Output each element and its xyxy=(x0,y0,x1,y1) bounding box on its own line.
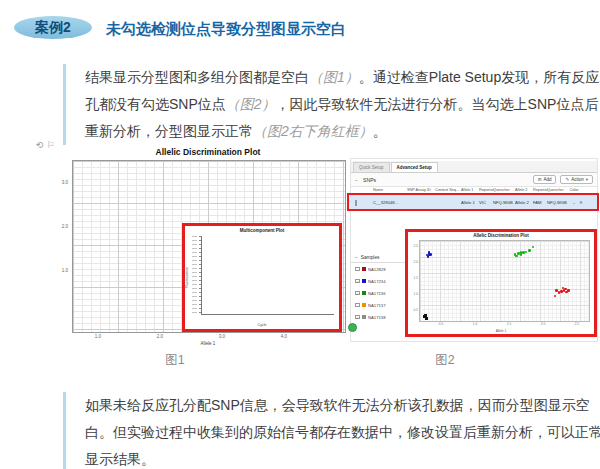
snps-panel-title: SNPs xyxy=(363,177,376,183)
paragraph-intro: 结果显示分型图和多组分图都是空白（图1）。通过检查Plate Setup发现，所… xyxy=(63,64,600,145)
x-axis-label: Allele 1 xyxy=(72,341,344,346)
multicomponent-title: Multicomponent Plot xyxy=(185,228,339,233)
allelic-plot-redbox: Allelic Discrimination Plot 2.5 2.0 1.5 … xyxy=(405,229,597,337)
multicomponent-plot-empty xyxy=(201,236,334,315)
sample-name: NA17234 xyxy=(368,279,385,284)
sample-list-item[interactable]: NA12828 xyxy=(351,263,405,275)
collapse-icon[interactable]: − xyxy=(355,177,358,183)
figure2-caption: 图2 xyxy=(350,352,540,369)
samples-panel: − Samples NA12828 ✓ NA17234 ✓ NA17136 xyxy=(351,253,405,323)
y-tick-label: 2.5 xyxy=(410,244,418,248)
remove-icon[interactable]: ✕ xyxy=(579,200,587,205)
sample-list-item[interactable]: ✓ NA17136 xyxy=(351,287,405,299)
sample-name: NA17136 xyxy=(368,291,385,296)
x-tick-label: 1.0 xyxy=(470,322,480,326)
y-tick-label: 1.5 xyxy=(410,276,418,280)
x-tick-label: 1.0 xyxy=(92,334,104,339)
add-icon: ⊞ xyxy=(538,177,542,182)
sample-color-swatch xyxy=(362,267,367,272)
action-icon: ✎ xyxy=(565,177,569,182)
figure2-screenshot: Quick Setup Advanced Setup − SNPs ⊞ Add … xyxy=(350,158,598,342)
multicomponent-inset-redbox: Multicomponent Plot Fluorescence Cycle xyxy=(182,223,342,332)
snp-assay-name: C__329048... xyxy=(373,200,407,205)
action-button[interactable]: ✎ Action ▾ xyxy=(560,175,593,184)
collapse-icon[interactable]: − xyxy=(355,255,358,260)
allelic-plot-title: Allelic Discrimination Plot xyxy=(72,147,344,157)
sample-list-item[interactable]: NA17137 xyxy=(351,299,405,311)
tab-quick-setup[interactable]: Quick Setup xyxy=(353,162,390,172)
figure1-screenshot: ⟲⚐ Allelic Discrimination Plot 3.0 2.0 1… xyxy=(30,138,350,370)
x-tick-label: 3.0 xyxy=(216,334,228,339)
sample-name: NA17137 xyxy=(368,303,385,308)
inset-x-axis-label: Cycle xyxy=(185,323,339,327)
x-axis-label: Allele 1 xyxy=(408,329,594,333)
case-badge: 案例2 xyxy=(14,16,92,39)
undo-icon[interactable]: ⟲ xyxy=(36,140,47,150)
sample-list-item[interactable]: ✓ NA17138 xyxy=(351,311,405,323)
figure1-caption: 图1 xyxy=(30,352,320,369)
green-indicator-icon[interactable] xyxy=(348,323,357,332)
tab-advanced-setup[interactable]: Advanced Setup xyxy=(391,162,438,172)
sample-color-swatch xyxy=(362,315,367,320)
y-tick-label: 0.5 xyxy=(410,308,418,312)
sample-checkbox[interactable]: ✓ xyxy=(355,291,360,296)
sample-color-swatch xyxy=(362,279,367,284)
add-button[interactable]: ⊞ Add xyxy=(533,175,557,184)
scatter-plot-area xyxy=(419,240,590,322)
x-tick-label: 2.5 xyxy=(572,322,582,326)
sample-checkbox[interactable] xyxy=(355,303,360,308)
setup-tab-bar: Quick Setup Advanced Setup xyxy=(351,161,597,173)
y-tick-label: 2.0 xyxy=(52,224,68,229)
figures-area: ⟲⚐ Allelic Discrimination Plot 3.0 2.0 1… xyxy=(0,138,600,378)
sample-name: NA17138 xyxy=(368,315,385,320)
y-tick-label: 1.0 xyxy=(410,292,418,296)
x-tick-label: 0.5 xyxy=(436,322,446,326)
allelic-plot2-title: Allelic Discrimination Plot xyxy=(408,233,594,238)
flag-icon[interactable]: ⚐ xyxy=(47,140,58,150)
inset-y-axis-numbers xyxy=(192,236,197,315)
x-tick-label: 2.0 xyxy=(538,322,548,326)
y-tick-label: 1.0 xyxy=(52,268,68,273)
samples-panel-title: Samples xyxy=(361,255,380,260)
sample-checkbox[interactable] xyxy=(355,267,360,272)
x-tick-label: 1.5 xyxy=(504,322,514,326)
x-tick-label: 2.0 xyxy=(154,334,166,339)
paragraph-conclusion: 如果未给反应孔分配SNP信息，会导致软件无法分析该孔数据，因而分型图显示空白。但… xyxy=(63,392,600,469)
sample-list-item[interactable]: ✓ NA17234 xyxy=(351,275,405,287)
inset-y-axis-label: Fluorescence xyxy=(185,267,189,288)
y-tick-label: 3.0 xyxy=(52,180,68,185)
y-tick-label: 2.0 xyxy=(410,260,418,264)
page-title: 未勾选检测位点导致分型图显示空白 xyxy=(106,20,346,39)
x-tick-label: 4.0 xyxy=(278,334,290,339)
snp-table-header: Name SNP Assay ID Context Seq... Allele … xyxy=(355,188,595,192)
sample-checkbox[interactable]: ✓ xyxy=(355,279,360,284)
snps-toolbar: − SNPs ⊞ Add ✎ Action ▾ xyxy=(351,173,597,187)
sample-color-swatch xyxy=(362,303,367,308)
sample-name: NA12828 xyxy=(368,267,385,272)
snp-checkbox-unchecked[interactable] xyxy=(355,200,357,206)
sample-checkbox[interactable]: ✓ xyxy=(355,315,360,320)
scatter-points xyxy=(420,241,589,321)
article-page: 案例2 未勾选检测位点导致分型图显示空白 结果显示分型图和多组分图都是空白（图1… xyxy=(0,0,600,469)
snp-table-row-redbox[interactable]: C__329048... Allele 1 VIC NFQ-MGB Allele… xyxy=(347,193,599,211)
caret-down-icon: ▾ xyxy=(586,177,588,182)
sample-color-swatch xyxy=(362,291,367,296)
